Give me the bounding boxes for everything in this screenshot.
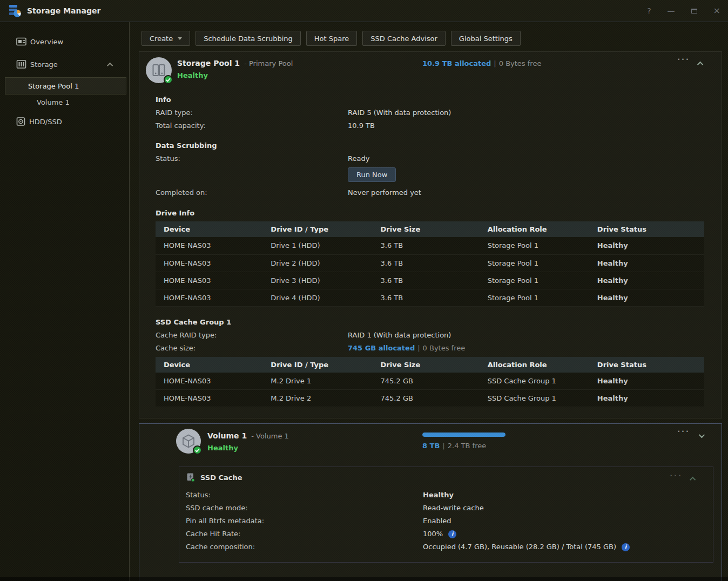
sidebar-item-storage[interactable]: Storage [0,55,129,73]
sidebar-item-storage-pool-1[interactable]: Storage Pool 1 [5,78,126,94]
pin-metadata-row: Pin all Btrfs metadata: Enabled [179,515,713,528]
pool-collapse-chevron-icon[interactable] [699,59,703,67]
volume-icon [176,429,201,454]
table-header-row: Device Drive ID / Type Drive Size Alloca… [156,357,704,373]
volume-header: Volume 1 - Volume 1 Healthy 8 TB|2.4 TB … [139,424,722,463]
cache-composition-row: Cache composition: Occupied (4.7 GB), Re… [179,541,713,553]
ssd-cache-group-heading: SSD Cache Group 1 [156,318,703,326]
volume-free: 2.4 TB free [448,442,486,450]
pool-status-badge: Healthy [177,71,293,79]
sidebar-item-label: Overview [30,38,63,46]
close-icon[interactable]: × [713,6,720,15]
volume-capacity-summary: 8 TB|2.4 TB free [422,428,505,450]
sidebar-item-volume-1[interactable]: Volume 1 [0,94,129,110]
chevron-up-icon[interactable] [109,60,113,69]
volume-more-menu-icon[interactable]: ··· [677,427,690,435]
hot-spare-button[interactable]: Hot Spare [306,31,358,46]
cache-size-row: Cache size: 745 GB allocated|0 Bytes fre… [156,342,703,355]
drive-info-table: Device Drive ID / Type Drive Size Alloca… [156,221,704,307]
ssd-cache-panel: SSD Cache ··· Status: Healthy SSD cache … [179,467,713,563]
global-settings-button[interactable]: Global Settings [451,31,521,46]
cache-free: 0 Bytes free [423,344,466,352]
app-icon [8,4,22,18]
data-scrubbing-heading: Data Scrubbing [156,141,703,150]
volume-size: 8 TB [422,442,440,450]
info-heading: Info [156,96,703,104]
table-row: HOME-NAS03 Drive 1 (HDD) 3.6 TB Storage … [156,237,704,254]
create-button[interactable]: Create [141,31,190,46]
minimize-icon[interactable]: — [668,7,675,15]
cache-raid-type-row: Cache RAID type: RAID 1 (With data prote… [156,329,703,342]
volume-status-badge: Healthy [207,444,289,452]
sidebar-item-label: HDD/SSD [29,118,62,126]
storage-icon [16,60,26,69]
healthy-check-icon [164,75,173,84]
volume-collapse-chevron-icon[interactable] [699,431,703,440]
schedule-data-scrubbing-button[interactable]: Schedule Data Scrubbing [196,31,301,46]
table-row: HOME-NAS03 Drive 2 (HDD) 3.6 TB Storage … [156,254,704,272]
storage-pool-panel: Storage Pool 1 - Primary Pool Healthy 10… [139,51,722,418]
caret-down-icon [178,37,182,40]
storage-pool-titleblock: Storage Pool 1 - Primary Pool Healthy [177,59,293,79]
total-capacity-row: Total capacity: 10.9 TB [156,119,703,132]
sidebar-item-label: Storage Pool 1 [28,82,79,90]
info-icon[interactable]: i [622,543,630,551]
sidebar-item-overview[interactable]: Overview [0,32,129,51]
completed-on-row: Completed on: Never performed yet [156,186,703,199]
volume-titleblock: Volume 1 - Volume 1 Healthy [207,431,289,452]
volume-title: Volume 1 [207,431,247,440]
ssd-cache-header: SSD Cache [179,472,713,482]
pool-subtitle: - Primary Pool [244,59,293,67]
run-now-button[interactable]: Run Now [348,167,396,182]
scrub-status-row: Status: Ready [156,152,703,165]
pool-allocated: 10.9 TB allocated [422,59,491,67]
sidebar-item-label: Volume 1 [37,98,70,106]
volume-usage-bar-fill [422,433,505,437]
storage-pool-body: Info RAID type: RAID 5 (With data protec… [139,96,722,418]
ssd-cache-heading: SSD Cache [200,474,242,482]
hdd-ssd-icon [16,117,25,126]
ssd-cache-collapse-chevron-icon[interactable] [691,475,696,483]
healthy-check-icon [193,445,202,455]
overview-icon [16,37,26,46]
sidebar: Overview Storage Storage Pool 1 Volume 1… [0,22,130,581]
table-row: HOME-NAS03 Drive 3 (HDD) 3.6 TB Storage … [156,272,704,289]
cache-mode-row: SSD cache mode: Read-write cache [179,502,713,515]
table-row: HOME-NAS03 M.2 Drive 1 745.2 GB SSD Cach… [156,373,704,390]
pool-more-menu-icon[interactable]: ··· [677,55,690,63]
storage-pool-header: Storage Pool 1 - Primary Pool Healthy 10… [139,52,722,87]
info-icon[interactable]: i [448,530,456,538]
pool-capacity-summary: 10.9 TB allocated|0 Bytes free [422,59,541,67]
app-title: Storage Manager [27,6,100,15]
maximize-icon[interactable] [691,7,697,15]
cache-status-row: Status: Healthy [179,489,713,502]
volume-usage-bar [422,433,505,437]
title-bar: Storage Manager ? — × [0,0,728,22]
toolbar: Create Schedule Data Scrubbing Hot Spare… [141,31,728,46]
ssd-cache-advisor-button[interactable]: SSD Cache Advisor [362,31,446,46]
cache-allocated: 745 GB allocated [348,344,415,352]
storage-pool-icon [146,57,172,83]
raid-type-row: RAID type: RAID 5 (With data protection) [156,106,703,119]
pool-free: 0 Bytes free [499,59,542,67]
sidebar-item-hdd-ssd[interactable]: HDD/SSD [0,112,129,131]
volume-panel: Volume 1 - Volume 1 Healthy 8 TB|2.4 TB … [139,423,722,581]
main-content: Create Schedule Data Scrubbing Hot Spare… [130,22,728,581]
ssd-cache-icon [186,472,196,482]
cache-hit-rate-row: Cache Hit Rate: 100%i [179,528,713,541]
ssd-cache-more-menu-icon[interactable]: ··· [670,471,683,479]
pool-title: Storage Pool 1 [177,59,240,67]
cache-drive-table: Device Drive ID / Type Drive Size Alloca… [156,357,704,408]
sidebar-item-label: Storage [30,60,58,69]
table-row: HOME-NAS03 M.2 Drive 2 745.2 GB SSD Cach… [156,390,704,407]
table-row: HOME-NAS03 Drive 4 (HDD) 3.6 TB Storage … [156,289,704,306]
help-icon[interactable]: ? [647,7,651,15]
window-controls: ? — × [647,6,720,15]
drive-info-heading: Drive Info [156,209,703,217]
volume-subtitle: - Volume 1 [251,432,289,440]
table-header-row: Device Drive ID / Type Drive Size Alloca… [156,221,704,237]
